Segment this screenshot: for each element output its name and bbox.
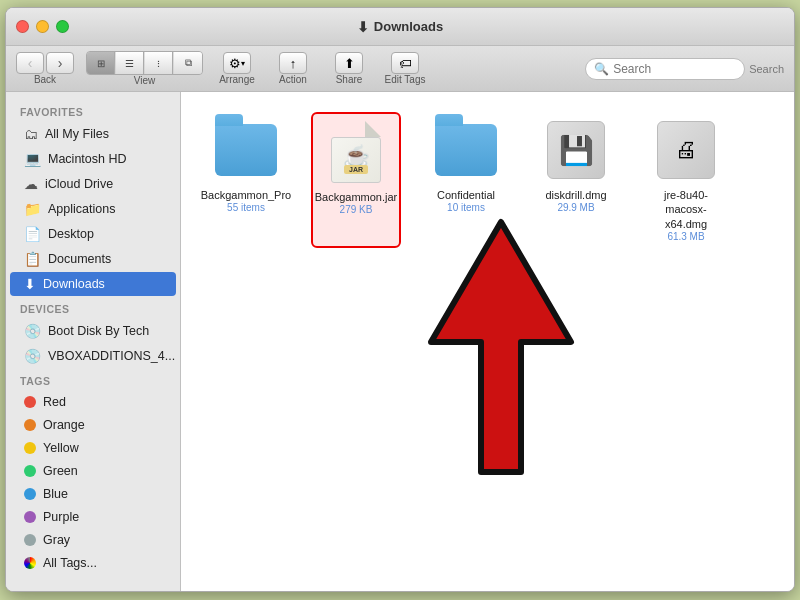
sidebar-label-boot-disk: Boot Disk By Tech bbox=[48, 324, 149, 338]
sidebar-label-macintosh-hd: Macintosh HD bbox=[48, 152, 127, 166]
red-tag-dot bbox=[24, 396, 36, 408]
sidebar-item-desktop[interactable]: 📄 Desktop bbox=[10, 222, 176, 246]
nav-buttons: ‹ › bbox=[16, 52, 74, 74]
sidebar-label-downloads: Downloads bbox=[43, 277, 105, 291]
documents-icon: 📋 bbox=[24, 251, 41, 267]
tag-label-green: Green bbox=[43, 464, 78, 478]
edit-tags-button[interactable]: 🏷 Edit Tags bbox=[383, 52, 427, 85]
file-name-backgammon-jar: Backgammon.jar bbox=[315, 190, 398, 204]
sidebar-item-downloads[interactable]: ⬇ Downloads bbox=[10, 272, 176, 296]
view-label: View bbox=[134, 75, 156, 86]
file-meta-confidential: 10 items bbox=[447, 202, 485, 213]
tag-label-orange: Orange bbox=[43, 418, 85, 432]
search-input[interactable] bbox=[613, 62, 736, 76]
tag-label-gray: Gray bbox=[43, 533, 70, 547]
sidebar-item-tag-gray[interactable]: Gray bbox=[10, 529, 176, 551]
action-button[interactable]: ↑ Action bbox=[271, 52, 315, 85]
applications-icon: 📁 bbox=[24, 201, 41, 217]
arrange-button[interactable]: ⚙▾ Arrange bbox=[215, 52, 259, 85]
sidebar-item-tag-orange[interactable]: Orange bbox=[10, 414, 176, 436]
sidebar-item-tag-red[interactable]: Red bbox=[10, 391, 176, 413]
yellow-tag-dot bbox=[24, 442, 36, 454]
tag-label-red: Red bbox=[43, 395, 66, 409]
sidebar-item-vbox[interactable]: 💿 VBOXADDITIONS_4... ⏏ bbox=[10, 344, 176, 368]
green-tag-dot bbox=[24, 465, 36, 477]
sidebar-label-icloud: iCloud Drive bbox=[45, 177, 113, 191]
title-text: Downloads bbox=[374, 19, 443, 34]
sidebar-item-macintosh-hd[interactable]: 💻 Macintosh HD bbox=[10, 147, 176, 171]
toolbar: ‹ › Back ⊞ ☰ ⫶ ⧉ View ⚙▾ Arrange ↑ Actio… bbox=[6, 46, 794, 92]
sidebar-item-tag-yellow[interactable]: Yellow bbox=[10, 437, 176, 459]
search-label: Search bbox=[749, 63, 784, 75]
sidebar-item-documents[interactable]: 📋 Documents bbox=[10, 247, 176, 271]
view-btn-group: ⊞ ☰ ⫶ ⧉ bbox=[86, 51, 203, 75]
favorites-section-title: Favorites bbox=[6, 100, 180, 121]
vbox-icon: 💿 bbox=[24, 348, 41, 364]
all-my-files-icon: 🗂 bbox=[24, 126, 38, 142]
downloads-icon: ⬇ bbox=[24, 276, 36, 292]
tags-section-title: Tags bbox=[6, 369, 180, 390]
coverflow-view-button[interactable]: ⧉ bbox=[174, 52, 202, 74]
column-view-button[interactable]: ⫶ bbox=[145, 52, 173, 74]
maximize-button[interactable] bbox=[56, 20, 69, 33]
sidebar-item-icloud-drive[interactable]: ☁ iCloud Drive bbox=[10, 172, 176, 196]
sidebar: Favorites 🗂 All My Files 💻 Macintosh HD … bbox=[6, 92, 181, 591]
sidebar-label-applications: Applications bbox=[48, 202, 115, 216]
icloud-icon: ☁ bbox=[24, 176, 38, 192]
file-grid: Backgammon_Pro 55 items ☕ JAR Backgammon… bbox=[181, 92, 794, 591]
sidebar-item-tag-purple[interactable]: Purple bbox=[10, 506, 176, 528]
minimize-button[interactable] bbox=[36, 20, 49, 33]
sidebar-item-all-my-files[interactable]: 🗂 All My Files bbox=[10, 122, 176, 146]
close-button[interactable] bbox=[16, 20, 29, 33]
traffic-lights bbox=[16, 20, 69, 33]
sidebar-label-desktop: Desktop bbox=[48, 227, 94, 241]
blue-tag-dot bbox=[24, 488, 36, 500]
orange-tag-dot bbox=[24, 419, 36, 431]
sidebar-item-applications[interactable]: 📁 Applications bbox=[10, 197, 176, 221]
purple-tag-dot bbox=[24, 511, 36, 523]
file-item-backgammon-jar[interactable]: ☕ JAR Backgammon.jar 279 KB bbox=[311, 112, 401, 248]
finder-window: ⬇ Downloads ‹ › Back ⊞ ☰ ⫶ ⧉ View ⚙▾ bbox=[5, 7, 795, 592]
file-item-diskdrill[interactable]: 💾 diskdrill.dmg 29.9 MB bbox=[531, 112, 621, 248]
file-item-jre[interactable]: 🖨 jre-8u40-macosx-x64.dmg 61.3 MB bbox=[641, 112, 731, 248]
tag-label-purple: Purple bbox=[43, 510, 79, 524]
file-meta-jre: 61.3 MB bbox=[667, 231, 704, 242]
file-name-backgammon-pro: Backgammon_Pro bbox=[201, 188, 292, 202]
gray-tag-dot bbox=[24, 534, 36, 546]
desktop-icon: 📄 bbox=[24, 226, 41, 242]
file-item-confidential[interactable]: Confidential 10 items bbox=[421, 112, 511, 248]
search-box[interactable]: 🔍 bbox=[585, 58, 745, 80]
macintosh-hd-icon: 💻 bbox=[24, 151, 41, 167]
back-label: Back bbox=[34, 74, 56, 85]
sidebar-item-all-tags[interactable]: All Tags... bbox=[10, 552, 176, 574]
window-title: ⬇ Downloads bbox=[357, 19, 443, 35]
back-button[interactable]: ‹ bbox=[16, 52, 44, 74]
svg-marker-0 bbox=[431, 222, 571, 472]
title-icon: ⬇ bbox=[357, 19, 369, 35]
boot-disk-icon: 💿 bbox=[24, 323, 41, 339]
tag-label-yellow: Yellow bbox=[43, 441, 79, 455]
file-item-backgammon-pro[interactable]: Backgammon_Pro 55 items bbox=[201, 112, 291, 248]
tag-label-all-tags: All Tags... bbox=[43, 556, 97, 570]
devices-section-title: Devices bbox=[6, 297, 180, 318]
dmg-icon-jre: 🖨 bbox=[654, 118, 718, 182]
content-area: Favorites 🗂 All My Files 💻 Macintosh HD … bbox=[6, 92, 794, 591]
list-view-button[interactable]: ☰ bbox=[116, 52, 144, 74]
jar-icon-backgammon: ☕ JAR bbox=[324, 120, 388, 184]
sidebar-label-documents: Documents bbox=[48, 252, 111, 266]
title-bar: ⬇ Downloads bbox=[6, 8, 794, 46]
forward-button[interactable]: › bbox=[46, 52, 74, 74]
search-icon: 🔍 bbox=[594, 62, 609, 76]
file-meta-backgammon-pro: 55 items bbox=[227, 202, 265, 213]
all-tags-dot bbox=[24, 557, 36, 569]
sidebar-label-vbox: VBOXADDITIONS_4... bbox=[48, 349, 175, 363]
sidebar-item-boot-disk[interactable]: 💿 Boot Disk By Tech bbox=[10, 319, 176, 343]
sidebar-item-tag-blue[interactable]: Blue bbox=[10, 483, 176, 505]
share-button[interactable]: ⬆ Share bbox=[327, 52, 371, 85]
file-meta-diskdrill: 29.9 MB bbox=[557, 202, 594, 213]
sidebar-label-all-my-files: All My Files bbox=[45, 127, 109, 141]
icon-view-button[interactable]: ⊞ bbox=[87, 52, 115, 74]
dmg-icon-diskdrill: 💾 bbox=[544, 118, 608, 182]
sidebar-item-tag-green[interactable]: Green bbox=[10, 460, 176, 482]
folder-icon-confidential bbox=[434, 118, 498, 182]
